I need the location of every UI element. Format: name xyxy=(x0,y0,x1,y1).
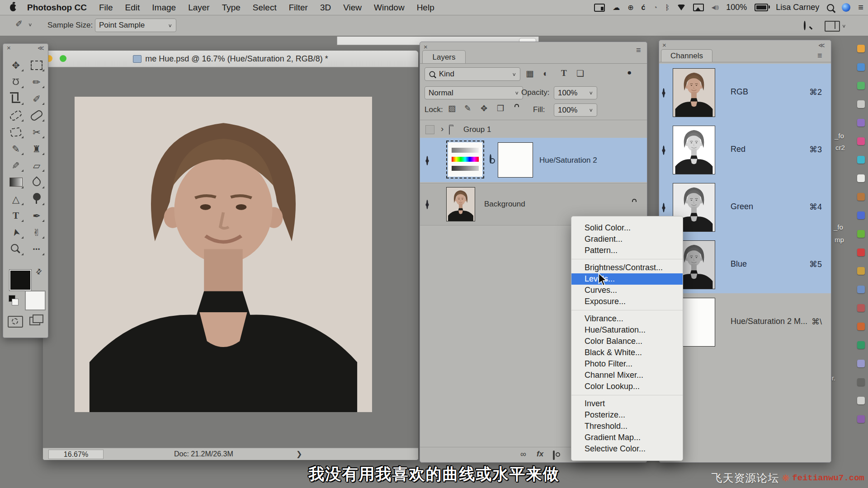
crop-tool[interactable] xyxy=(7,91,25,106)
channel-row-red[interactable]: Red ⌘3 xyxy=(659,121,831,178)
workspace-chevron-icon[interactable]: ∨ xyxy=(842,23,846,29)
tab-layers[interactable]: Layers xyxy=(422,50,466,64)
airplay-icon[interactable] xyxy=(693,4,704,11)
filter-adjustment-layers-icon[interactable]: ◐ xyxy=(543,69,548,78)
dock-icon[interactable] xyxy=(857,397,865,404)
tool-preset-chevron-icon[interactable]: ∨ xyxy=(28,22,33,28)
layer-mask-thumbnail[interactable] xyxy=(498,142,533,178)
dock-icon[interactable] xyxy=(857,45,865,52)
filter-shape-layers-icon[interactable]: ❏ xyxy=(576,69,584,78)
dock-icon[interactable] xyxy=(857,63,865,71)
dock-icon[interactable] xyxy=(857,82,865,89)
filter-toggle-icon[interactable]: ● xyxy=(627,69,632,76)
clone-stamp-tool[interactable]: ♜ xyxy=(28,141,46,156)
close-icon[interactable]: × xyxy=(424,43,428,51)
options-search-icon[interactable] xyxy=(804,21,806,30)
dock-icon[interactable] xyxy=(857,230,865,238)
siri-icon[interactable] xyxy=(842,3,850,12)
menu-item-photo-filter[interactable]: Photo Filter... xyxy=(571,358,683,370)
apple-menu-icon[interactable] xyxy=(10,4,16,11)
channel-row-green[interactable]: Green ⌘4 xyxy=(659,178,831,236)
visibility-checkbox[interactable] xyxy=(425,125,434,134)
history-brush-tool[interactable]: ✎ xyxy=(7,158,25,173)
menu-image[interactable]: Image xyxy=(152,3,176,13)
menu-layer[interactable]: Layer xyxy=(188,3,210,13)
type-tool[interactable]: T xyxy=(7,208,25,223)
menu-item-pattern[interactable]: Pattern... xyxy=(571,245,683,256)
channel-row-blue[interactable]: Blue ⌘5 xyxy=(659,236,831,293)
quick-mask-mode-button[interactable] xyxy=(8,316,23,328)
foreground-color-swatch[interactable] xyxy=(9,270,31,291)
notification-center-icon[interactable]: ≡ xyxy=(858,2,863,13)
pen-tool[interactable]: ✒ xyxy=(28,208,46,223)
menu-item-invert[interactable]: Invert xyxy=(571,398,683,409)
document-title-bar[interactable]: me Hue.psd @ 16.7% (Hue/Saturation 2, RG… xyxy=(43,51,418,67)
lasso-tool[interactable]: Ω xyxy=(7,74,25,89)
menu-view[interactable]: View xyxy=(343,3,362,13)
status-arrow-icon[interactable]: ❯ xyxy=(296,450,302,458)
layer-name[interactable]: Background xyxy=(484,200,525,209)
screen-capture-icon[interactable] xyxy=(594,4,605,12)
dodge-tool[interactable]: △ xyxy=(7,191,25,206)
content-aware-move-tool[interactable]: ✂ xyxy=(28,124,46,140)
eye-icon[interactable] xyxy=(663,88,665,98)
gradient-tool[interactable] xyxy=(7,174,25,190)
disclosure-chevron-icon[interactable]: › xyxy=(441,124,443,134)
quick-selection-tool[interactable]: ✏ xyxy=(28,74,46,89)
menu-edit[interactable]: Edit xyxy=(125,3,140,13)
eye-icon[interactable] xyxy=(426,156,428,165)
dock-icon[interactable] xyxy=(857,360,865,367)
desktop-file-label[interactable]: _fo xyxy=(834,223,843,231)
adobe-app-icon[interactable]: ć xyxy=(642,4,646,12)
adjustment-thumbnail[interactable] xyxy=(448,142,482,177)
dock-icon[interactable] xyxy=(857,304,865,312)
dock-icon[interactable] xyxy=(857,119,865,127)
zoom-level-field[interactable]: 16.67% xyxy=(48,450,104,459)
menu-item-brightness-contrast[interactable]: Brightness/Contrast... xyxy=(571,262,683,273)
burn-tool[interactable] xyxy=(28,191,46,206)
close-icon[interactable]: × xyxy=(662,41,666,49)
opacity-dropdown[interactable]: 100% ∨ xyxy=(554,86,597,99)
zoom-window-button[interactable] xyxy=(60,55,66,62)
layer-name[interactable]: Hue/Saturation 2 xyxy=(539,156,597,165)
menu-window[interactable]: Window xyxy=(374,3,405,13)
add-mask-icon[interactable] xyxy=(553,450,555,460)
menu-item-black-white[interactable]: Black & White... xyxy=(571,347,683,358)
eraser-tool[interactable]: ▱ xyxy=(28,158,46,173)
brush-tool[interactable]: ✎ xyxy=(7,141,25,156)
rectangular-marquee-tool[interactable] xyxy=(28,57,46,73)
menu-item-levels[interactable]: Levels... xyxy=(571,273,683,285)
lock-transparency-icon[interactable]: ▨ xyxy=(448,104,456,113)
fill-dropdown[interactable]: 100% ∨ xyxy=(554,103,597,117)
dock-icon[interactable] xyxy=(857,267,865,275)
dock-icon[interactable] xyxy=(857,249,865,256)
channel-row-mask[interactable]: Hue/Saturation 2 M... ⌘\ xyxy=(659,293,831,351)
dock-icon[interactable] xyxy=(857,341,865,349)
wifi-icon[interactable] xyxy=(677,5,685,10)
layer-filter-dropdown[interactable]: Kind ∨ xyxy=(425,67,520,81)
menu-item-hue-saturation[interactable]: Hue/Saturation... xyxy=(571,324,683,336)
mask-link-icon[interactable] xyxy=(490,154,491,164)
canvas-photo[interactable] xyxy=(75,97,372,412)
menu-item-channel-mixer[interactable]: Channel Mixer... xyxy=(571,370,683,381)
filter-type-layers-icon[interactable]: T xyxy=(561,69,567,77)
creative-cloud-icon[interactable]: ☁ xyxy=(613,3,620,12)
dock-icon[interactable] xyxy=(857,193,865,201)
patch-tool[interactable] xyxy=(7,124,25,140)
blend-mode-dropdown[interactable]: Normal ∨ xyxy=(425,86,523,99)
menu-item-exposure[interactable]: Exposure... xyxy=(571,296,683,307)
zoom-tool[interactable] xyxy=(7,241,25,257)
dock-icon[interactable] xyxy=(857,137,865,145)
hand-tool[interactable]: ✌ xyxy=(28,225,46,240)
volume-icon[interactable]: ◀))) xyxy=(712,5,718,10)
menu-item-color-balance[interactable]: Color Balance... xyxy=(571,336,683,347)
dock-icon[interactable] xyxy=(857,323,865,330)
dock-icon[interactable] xyxy=(857,378,865,386)
menu-item-gradient[interactable]: Gradient... xyxy=(571,234,683,245)
menu-help[interactable]: Help xyxy=(417,3,434,13)
swap-colors-icon[interactable]: ⇄ xyxy=(33,266,44,277)
dock-icon[interactable] xyxy=(857,211,865,219)
lock-pixels-icon[interactable]: ✎ xyxy=(464,104,471,113)
spot-healing-brush-tool[interactable] xyxy=(7,108,25,123)
menu-item-selective-color[interactable]: Selective Color... xyxy=(571,443,683,455)
